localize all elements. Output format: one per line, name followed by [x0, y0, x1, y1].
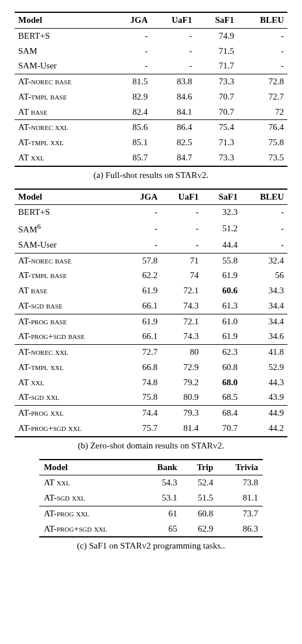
cell-uaf1: 71: [161, 253, 202, 268]
cell-model: SAM-User: [15, 238, 125, 253]
table-row: BERT+S--32.3-: [15, 205, 287, 220]
table-row: SAM--71.5-: [15, 44, 287, 59]
cell-saf1: 61.9: [203, 268, 241, 283]
cell-model: AT-prog base: [15, 314, 125, 329]
cell-c1: 53.1: [140, 491, 181, 506]
cell-saf1: 61.3: [203, 299, 241, 314]
table-row: AT-prog base61.972.161.034.4: [15, 314, 287, 329]
cell-bleu: 44.9: [241, 406, 287, 421]
cell-bleu: -: [238, 28, 287, 43]
cell-uaf1: 72.1: [161, 314, 202, 329]
table-row: AT xxl85.784.773.373.5: [15, 150, 287, 166]
cell-model: AT-tmpl base: [15, 90, 112, 105]
cell-saf1: 68.0: [203, 375, 241, 390]
col-bleu: BLEU: [241, 189, 287, 205]
cell-bleu: -: [241, 205, 287, 220]
cell-jga: -: [112, 44, 152, 59]
cell-saf1: 68.5: [203, 390, 241, 405]
cell-model: AT base: [15, 105, 112, 120]
cell-c3: 81.1: [218, 491, 263, 506]
cell-bleu: 34.4: [241, 299, 287, 314]
cell-c2: 52.4: [182, 475, 218, 491]
cell-bleu: 72.8: [238, 74, 287, 90]
table-c: Model Bank Trip Trivia AT xxl54.352.473.…: [39, 459, 263, 538]
cell-uaf1: 79.3: [161, 406, 202, 421]
table-b: Model JGA UaF1 SaF1 BLEU BERT+S--32.3-SA…: [15, 189, 287, 437]
cell-uaf1: -: [152, 28, 196, 43]
cell-saf1: 51.2: [203, 220, 241, 238]
col-jga: JGA: [125, 189, 162, 205]
cell-model: AT-prog+sgd base: [15, 329, 125, 344]
cell-saf1: 61.0: [203, 314, 241, 329]
table-row: SAM-User--44.4-: [15, 238, 287, 253]
table-row: BERT+S--74.9-: [15, 28, 287, 43]
cell-model: AT-tmpl xxl: [15, 135, 112, 150]
cell-uaf1: 72.1: [161, 283, 202, 299]
table-row: AT-tmpl xxl66.872.960.852.9: [15, 360, 287, 375]
cell-saf1: 60.6: [203, 283, 241, 299]
cell-jga: 81.5: [112, 74, 152, 90]
cell-uaf1: 74: [161, 268, 202, 283]
cell-uaf1: 72.9: [161, 360, 202, 375]
cell-saf1: 32.3: [203, 205, 241, 220]
cell-bleu: -: [238, 44, 287, 59]
table-header-row: Model JGA UaF1 SaF1 BLEU: [15, 12, 287, 28]
table-row: AT-tmpl xxl85.182.571.375.8: [15, 135, 287, 150]
cell-model: AT-norec base: [15, 74, 112, 90]
cell-bleu: 34.6: [241, 329, 287, 344]
cell-model: AT-sgd base: [15, 299, 125, 314]
cell-jga: 62.2: [125, 268, 162, 283]
cell-bleu: 44.2: [241, 421, 287, 437]
cell-saf1: 75.4: [195, 120, 238, 135]
cell-saf1: 61.9: [203, 329, 241, 344]
cell-jga: 85.6: [112, 120, 152, 135]
caption-b: (b) Zero-shot domain results on STARv2.: [15, 441, 287, 451]
cell-uaf1: 81.4: [161, 421, 202, 437]
table-row: AT-norec base57.87155.832.4: [15, 253, 287, 268]
cell-uaf1: 84.1: [152, 105, 196, 120]
col-saf1: SaF1: [203, 189, 241, 205]
cell-saf1: 71.3: [195, 135, 238, 150]
table-row: AT-tmpl base62.27461.956: [15, 268, 287, 283]
cell-c3: 86.3: [218, 522, 263, 537]
cell-model: AT xxl: [39, 475, 141, 491]
cell-model: BERT+S: [15, 28, 112, 43]
col-model: Model: [39, 460, 141, 475]
cell-model: AT xxl: [15, 150, 112, 166]
cell-bleu: 75.8: [238, 135, 287, 150]
cell-saf1: 74.9: [195, 28, 238, 43]
cell-jga: 85.1: [112, 135, 152, 150]
caption-c: (c) SaF1 on STARv2 programming tasks..: [15, 541, 287, 551]
cell-c2: 60.8: [182, 506, 218, 521]
col-bleu: BLEU: [238, 12, 287, 28]
col-trivia: Trivia: [218, 460, 263, 475]
cell-bleu: 72: [238, 105, 287, 120]
col-uaf1: UaF1: [161, 189, 202, 205]
table-row: AT-prog+sgd base66.174.361.934.6: [15, 329, 287, 344]
cell-jga: 74.8: [125, 375, 162, 390]
cell-jga: -: [125, 238, 162, 253]
cell-bleu: 76.4: [238, 120, 287, 135]
cell-bleu: 44.3: [241, 375, 287, 390]
cell-model: BERT+S: [15, 205, 125, 220]
cell-uaf1: -: [152, 44, 196, 59]
cell-uaf1: 80.9: [161, 390, 202, 405]
table-row: AT-prog xxl6160.873.7: [39, 506, 263, 521]
col-saf1: SaF1: [195, 12, 238, 28]
cell-saf1: 70.7: [195, 90, 238, 105]
table-row: AT xxl74.879.268.044.3: [15, 375, 287, 390]
cell-uaf1: 79.2: [161, 375, 202, 390]
cell-jga: 66.8: [125, 360, 162, 375]
cell-saf1: 70.7: [203, 421, 241, 437]
cell-saf1: 62.3: [203, 345, 241, 360]
table-row: AT xxl54.352.473.8: [39, 475, 263, 491]
cell-uaf1: -: [161, 220, 202, 238]
cell-bleu: 56: [241, 268, 287, 283]
cell-bleu: -: [241, 220, 287, 238]
cell-bleu: 43.9: [241, 390, 287, 405]
cell-uaf1: 74.3: [161, 299, 202, 314]
cell-model: AT-tmpl xxl: [15, 360, 125, 375]
cell-uaf1: -: [161, 205, 202, 220]
cell-model: AT-sgd xxl: [39, 491, 141, 506]
cell-uaf1: -: [161, 238, 202, 253]
